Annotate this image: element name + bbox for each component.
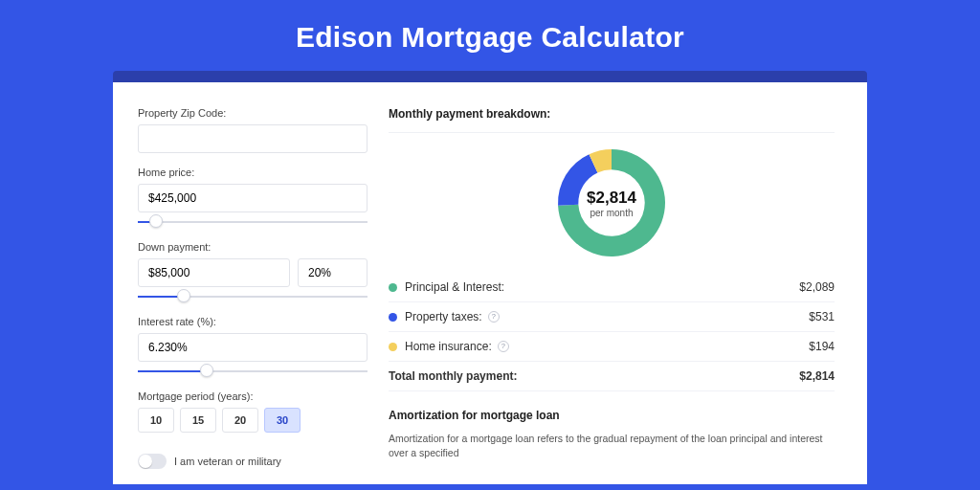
slider-thumb[interactable] — [149, 214, 163, 228]
price-label: Home price: — [138, 167, 368, 178]
donut-sublabel: per month — [590, 208, 633, 218]
rate-label: Interest rate (%): — [138, 316, 368, 327]
info-icon[interactable]: ? — [498, 341, 509, 352]
zip-input[interactable] — [138, 124, 368, 153]
legend-row: Property taxes:?$531 — [389, 302, 835, 332]
slider-thumb[interactable] — [177, 289, 190, 302]
legend-label: Home insurance: — [405, 340, 492, 353]
page-title: Edison Mortgage Calculator — [0, 0, 980, 71]
breakdown-pane: Monthly payment breakdown: $2,814 per mo… — [389, 107, 835, 484]
rate-slider[interactable] — [138, 366, 368, 377]
amort-title: Amortization for mortgage loan — [389, 409, 835, 422]
legend-total-row: Total monthly payment:$2,814 — [389, 362, 835, 391]
legend-dot — [389, 313, 397, 322]
panel-shadow: Property Zip Code: Home price: Down paym… — [113, 71, 867, 484]
breakdown-title: Monthly payment breakdown: — [389, 107, 835, 133]
zip-label: Property Zip Code: — [138, 107, 368, 119]
rate-input[interactable] — [138, 333, 368, 362]
amortization-section: Amortization for mortgage loan Amortizat… — [389, 409, 835, 460]
period-field: Mortgage period (years): 10152030 — [138, 390, 368, 433]
calculator-panel: Property Zip Code: Home price: Down paym… — [113, 82, 867, 484]
donut-center: $2,814 per month — [553, 145, 670, 261]
price-input[interactable] — [138, 184, 368, 212]
period-buttons: 10152030 — [138, 408, 368, 433]
legend-row: Principal & Interest:$2,089 — [389, 273, 835, 302]
legend-label: Principal & Interest: — [405, 280, 504, 294]
legend-value: $2,089 — [799, 280, 835, 294]
total-value: $2,814 — [799, 369, 835, 383]
veteran-toggle[interactable] — [138, 454, 167, 469]
period-option[interactable]: 30 — [264, 408, 301, 433]
down-label: Down payment: — [138, 241, 368, 253]
period-option[interactable]: 15 — [180, 408, 216, 433]
donut-container: $2,814 per month — [389, 145, 835, 261]
amort-text: Amortization for a mortgage loan refers … — [389, 432, 835, 460]
zip-field: Property Zip Code: — [138, 107, 368, 153]
price-field: Home price: — [138, 167, 368, 228]
price-slider[interactable] — [138, 216, 368, 228]
period-label: Mortgage period (years): — [138, 390, 368, 402]
down-pct-input[interactable] — [298, 258, 368, 287]
down-input[interactable] — [138, 258, 290, 287]
legend-value: $194 — [809, 340, 835, 353]
info-icon[interactable]: ? — [488, 311, 500, 323]
legend-row: Home insurance:?$194 — [389, 332, 835, 362]
breakdown-legend: Principal & Interest:$2,089Property taxe… — [389, 273, 835, 391]
veteran-row: I am veteran or military — [138, 454, 368, 469]
donut-total: $2,814 — [587, 189, 636, 208]
rate-field: Interest rate (%): — [138, 316, 368, 377]
veteran-label: I am veteran or military — [174, 456, 281, 467]
input-form: Property Zip Code: Home price: Down paym… — [138, 107, 368, 484]
legend-dot — [389, 283, 397, 292]
legend-value: $531 — [809, 310, 835, 323]
slider-thumb[interactable] — [200, 364, 213, 377]
down-slider[interactable] — [138, 291, 368, 302]
legend-dot — [389, 343, 397, 351]
down-field: Down payment: — [138, 241, 368, 302]
payment-donut-chart: $2,814 per month — [553, 145, 670, 261]
period-option[interactable]: 20 — [222, 408, 258, 433]
period-option[interactable]: 10 — [138, 408, 174, 433]
total-label: Total monthly payment: — [389, 369, 517, 383]
legend-label: Property taxes: — [405, 310, 482, 323]
